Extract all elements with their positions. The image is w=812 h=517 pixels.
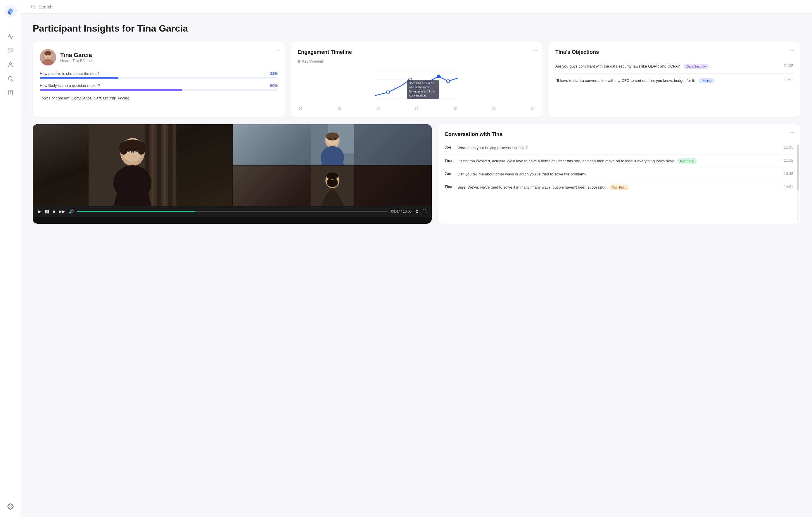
conv-time-3: 14:01	[784, 184, 793, 189]
svg-point-4	[8, 77, 12, 80]
metric-row-decision: How likely is she a decision-maker? 60%	[40, 83, 278, 91]
topics-values: Compliance, Data security, Pricing	[71, 96, 129, 100]
play-button[interactable]: ▶	[38, 209, 41, 214]
svg-point-51	[326, 133, 339, 141]
objection-text-0: Are you guys compliant with the data sec…	[555, 64, 680, 68]
participant-info: Tina Garcia Head, IT at BO Inc.	[60, 52, 93, 63]
conv-text-2: Can you tell me about other ways in whic…	[458, 171, 780, 177]
svg-line-12	[34, 8, 35, 8]
objection-time-0: 21:35	[784, 63, 793, 68]
pause-button[interactable]: ▮▮	[45, 209, 49, 214]
conv-speaker-0: Joe	[444, 145, 454, 149]
svg-point-42	[135, 149, 138, 152]
skip-button[interactable]: ▶▶	[59, 209, 65, 214]
sidebar-icon-settings[interactable]	[5, 500, 17, 512]
objections-card-more[interactable]: ⋯	[790, 47, 795, 53]
search-icon	[30, 4, 36, 9]
svg-point-27	[437, 75, 440, 78]
engagement-card: ⋯ Engagement Timeline Key Moments	[291, 42, 543, 117]
sidebar-icon-image[interactable]	[5, 45, 17, 56]
objections-title: Tina's Objections	[555, 49, 793, 55]
search-input[interactable]	[38, 4, 126, 9]
conv-row-1: Tina It's not too involved, actually. We…	[444, 155, 793, 168]
conv-text-1: It's not too involved, actually. We'd lo…	[458, 158, 780, 164]
conversation-card-more[interactable]: ⋯	[790, 129, 795, 135]
bottom-cards-grid: ▶ ▮▮ ■ ▶▶ 🔊 03:47 / 10:00 ⚙ ⛶ ⋯	[33, 124, 800, 224]
participant-card-more[interactable]: ⋯	[274, 47, 280, 53]
chart-x-labels: 00 05 10 15 20 25 30	[297, 107, 535, 110]
sidebar-icon-clipboard[interactable]	[5, 87, 17, 98]
progress-bar-decision-bg	[40, 89, 278, 91]
settings-button[interactable]: ⚙	[415, 209, 419, 214]
progress-track[interactable]	[77, 211, 387, 212]
metric-label-decision: How likely is she a decision-maker?	[40, 83, 100, 88]
sidebar-icon-person[interactable]	[5, 59, 17, 70]
conversation-card: ⋯ Conversation with Tina Joe What does y…	[438, 124, 800, 224]
scrollbar-thumb[interactable]	[798, 145, 799, 190]
conv-speaker-2: Joe	[444, 171, 454, 176]
progress-bar-decision-fill	[40, 89, 182, 91]
legend-label: Key Moments	[302, 59, 324, 63]
stop-button[interactable]: ■	[53, 209, 55, 214]
main-content: Participant Insights for Tina Garcia ⋯	[21, 0, 812, 517]
sidebar	[0, 0, 21, 517]
metric-label-positive: How positive is she about the deal?	[40, 71, 100, 76]
svg-point-41	[127, 149, 130, 152]
page-title: Participant Insights for Tina Garcia	[33, 23, 800, 34]
participant-title: Head, IT at BO Inc.	[60, 58, 93, 63]
svg-point-10	[10, 506, 11, 507]
sidebar-icon-search[interactable]	[5, 73, 17, 85]
page-content: Participant Insights for Tina Garcia ⋯	[21, 14, 812, 233]
svg-point-52	[329, 138, 331, 140]
conv-text-3: Sure. We've, we've tried to solve it in …	[458, 184, 780, 191]
x-label-2: 10	[376, 107, 380, 110]
video-controls: ▶ ▮▮ ■ ▶▶ 🔊 03:47 / 10:00 ⚙ ⛶	[33, 206, 432, 217]
topics-row: Topics of concern: Compliance, Data secu…	[40, 96, 278, 100]
conv-tag-next-step: Next Step	[677, 158, 697, 164]
engagement-card-more[interactable]: ⋯	[532, 47, 538, 53]
sidebar-divider	[5, 26, 17, 26]
fullscreen-button[interactable]: ⛶	[423, 209, 427, 214]
video-bottom-right	[232, 165, 432, 206]
conv-row-2: Joe Can you tell me about other ways in …	[444, 168, 793, 181]
x-label-4: 20	[453, 107, 457, 110]
svg-point-25	[409, 78, 412, 81]
objection-text-1: I'll have to start a conversation with m…	[555, 78, 695, 83]
video-grid	[33, 124, 432, 206]
top-cards-grid: ⋯	[33, 42, 800, 117]
svg-point-26	[425, 81, 428, 85]
objection-row-1: I'll have to start a conversation with m…	[555, 74, 793, 88]
svg-point-11	[31, 5, 34, 8]
topics-label: Topics of concern:	[40, 96, 70, 100]
participant-name: Tina Garcia	[60, 52, 93, 58]
time-label: 03:47 / 10:00	[391, 209, 411, 213]
conv-row-0: Joe What does your buying process look l…	[444, 142, 793, 155]
search-bar	[21, 0, 812, 14]
engagement-title: Engagement Timeline	[297, 49, 535, 55]
conversation-title: Conversation with Tina	[444, 131, 793, 138]
svg-point-53	[334, 138, 336, 140]
volume-button[interactable]: 🔊	[69, 209, 74, 214]
objection-tag-1: Pricing	[699, 78, 714, 83]
metric-row-positive: How positive is she about the deal? 33%	[40, 71, 278, 79]
objection-time-1: 11:52	[784, 78, 793, 82]
progress-bar-positive-fill	[40, 77, 118, 79]
progress-filled	[77, 211, 195, 212]
conv-time-1: 11:52	[784, 158, 793, 163]
scrollbar-track	[798, 145, 799, 221]
svg-line-5	[12, 80, 13, 81]
progress-bar-positive-bg	[40, 77, 278, 79]
conv-speaker-1: Tina	[444, 158, 454, 163]
conv-time-0: 11:35	[784, 145, 793, 149]
conv-tag-pain-point: Pain Point	[609, 184, 629, 191]
svg-point-2	[9, 49, 10, 50]
sidebar-icon-activity[interactable]	[5, 31, 17, 42]
app-logo[interactable]	[4, 5, 17, 18]
svg-point-28	[446, 80, 450, 83]
x-label-3: 15	[415, 107, 418, 110]
legend-dot	[297, 60, 300, 63]
participant-card: ⋯	[33, 42, 285, 117]
x-label-0: 00	[299, 107, 302, 110]
svg-point-3	[9, 63, 11, 65]
chart-area: Joe: This has to be one of the most bori…	[297, 67, 535, 105]
